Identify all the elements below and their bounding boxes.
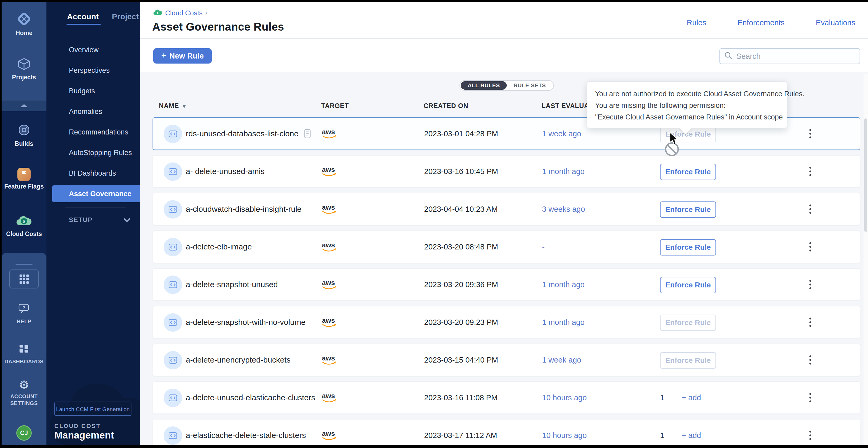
scrollbar-thumb[interactable] bbox=[864, 118, 867, 232]
rule-name[interactable]: a-delete-unencrypted-buckets bbox=[186, 344, 290, 376]
enforce-rule-button[interactable]: Enforce Rule bbox=[660, 164, 716, 180]
rule-name[interactable]: a-delete-elb-image bbox=[186, 231, 252, 263]
feature-flags-icon bbox=[18, 168, 31, 181]
add-enforcement-link[interactable]: +add bbox=[682, 431, 701, 440]
rule-name[interactable]: a-delete-snapshot-with-no-volume bbox=[186, 306, 306, 338]
rule-name[interactable]: a-cloudwatch-disable-insight-rule bbox=[186, 193, 302, 225]
sidebar-item-dashboards[interactable]: DASHBOARDS bbox=[2, 343, 46, 365]
rule-type-icon bbox=[164, 163, 182, 181]
nav-item-perspectives[interactable]: Perspectives bbox=[46, 60, 140, 81]
add-enforcement-link[interactable]: +add bbox=[682, 393, 701, 402]
last-evaluation-cell[interactable]: 3 weeks ago bbox=[542, 193, 585, 225]
nav-link-rules[interactable]: Rules bbox=[687, 19, 706, 27]
enforce-rule-button[interactable]: Enforce Rule bbox=[660, 239, 716, 255]
table-row[interactable]: a-cloudwatch-disable-insight-rule aws 20… bbox=[153, 193, 860, 226]
nav-item-autostopping-rules[interactable]: AutoStopping Rules bbox=[46, 142, 140, 163]
nav-item-overview[interactable]: Overview bbox=[46, 40, 140, 60]
aws-logo-icon: aws bbox=[319, 128, 338, 140]
table-row[interactable]: a-delete-elb-image aws 2023-03-20 08:48 … bbox=[153, 231, 860, 263]
enforce-rule-button[interactable]: Enforce Rule bbox=[660, 277, 716, 293]
row-menu-button[interactable] bbox=[807, 202, 814, 216]
nav-item-anomalies[interactable]: Anomalies bbox=[46, 101, 140, 122]
nav-link-enforcements[interactable]: Enforcements bbox=[737, 19, 785, 27]
setup-section-toggle[interactable]: SETUP bbox=[69, 216, 129, 223]
nav-item-asset-governance[interactable]: Asset Governance bbox=[52, 185, 140, 202]
tab-project[interactable]: Project bbox=[112, 12, 139, 21]
table-row[interactable]: a-elasticache-delete-stale-clusters aws … bbox=[153, 419, 860, 445]
user-avatar[interactable]: CJ bbox=[17, 425, 32, 441]
rule-name[interactable]: rds-unused-databases-list-clone bbox=[186, 118, 312, 149]
breadcrumb[interactable]: $ Cloud Costs › bbox=[153, 9, 208, 17]
rule-name[interactable]: a-elasticache-delete-stale-clusters bbox=[186, 419, 306, 445]
target-cell: aws bbox=[319, 382, 338, 413]
table-row[interactable]: a-delete-unused-elasticache-clusters aws… bbox=[153, 381, 860, 414]
sidebar-item-cloud-costs[interactable]: $ Cloud Costs bbox=[2, 215, 46, 237]
search-input[interactable] bbox=[736, 52, 855, 61]
rule-name[interactable]: a-delete-unused-elasticache-clusters bbox=[186, 382, 315, 413]
row-menu-button[interactable] bbox=[807, 315, 814, 330]
row-menu-button[interactable] bbox=[807, 240, 814, 254]
nav-item-bi-dashboards[interactable]: BI Dashboards bbox=[46, 163, 140, 183]
sidebar-item-builds[interactable]: Builds bbox=[2, 123, 46, 147]
launch-ccm-first-gen-button[interactable]: Launch CCM First Generation bbox=[54, 402, 131, 416]
target-cell: aws bbox=[319, 269, 338, 300]
rule-name[interactable]: a-delete-snapshot-unused bbox=[186, 269, 278, 300]
row-menu-button[interactable] bbox=[807, 127, 814, 141]
last-evaluation-cell[interactable]: 1 month ago bbox=[542, 269, 585, 300]
table-row[interactable]: a-delete-snapshot-unused aws 2023-03-20 … bbox=[153, 268, 860, 301]
sidebar-item-feature-flags[interactable]: Feature Flags bbox=[2, 168, 46, 190]
enforce-rule-button[interactable]: Enforce Rule bbox=[660, 352, 716, 369]
last-evaluation-cell[interactable]: 10 hours ago bbox=[542, 382, 587, 413]
toggle-rule-sets[interactable]: RULE SETS bbox=[507, 81, 553, 90]
created-on-cell: 2023-03-01 04:28 PM bbox=[424, 118, 498, 149]
sidebar-item-help[interactable]: ? HELP bbox=[2, 303, 46, 325]
row-menu-button[interactable] bbox=[807, 164, 814, 179]
nav-item-recommendations[interactable]: Recommendations bbox=[46, 122, 140, 142]
sidebar-item-label: Builds bbox=[15, 140, 33, 147]
sidebar-item-home[interactable]: Home bbox=[2, 11, 46, 36]
sidebar-collapse-button[interactable] bbox=[2, 100, 46, 111]
gear-icon: ⚙ bbox=[19, 379, 29, 391]
last-evaluation-cell[interactable]: 1 month ago bbox=[542, 306, 585, 338]
copy-icon[interactable] bbox=[303, 129, 312, 139]
last-evaluation-cell[interactable]: 1 week ago bbox=[542, 344, 581, 376]
app-frame: Home Projects Builds Feature Flags $ bbox=[2, 2, 868, 445]
row-menu-button[interactable] bbox=[807, 390, 814, 405]
rule-name[interactable]: a- delete-unused-amis bbox=[186, 156, 265, 187]
breadcrumb-link[interactable]: Cloud Costs bbox=[165, 9, 203, 17]
last-evaluation-cell[interactable]: 1 month ago bbox=[542, 156, 585, 187]
nav-item-budgets[interactable]: Budgets bbox=[46, 81, 140, 101]
target-cell: aws bbox=[319, 306, 338, 338]
last-evaluation-cell[interactable]: - bbox=[542, 231, 545, 263]
scrollbar-track[interactable] bbox=[864, 74, 868, 445]
avatar-initials: CJ bbox=[20, 429, 28, 437]
table-row[interactable]: a-delete-snapshot-with-no-volume aws 202… bbox=[153, 306, 860, 339]
row-menu-button[interactable] bbox=[807, 353, 814, 367]
last-evaluation-cell[interactable]: 1 week ago bbox=[542, 118, 581, 149]
sidebar-resize-handle[interactable] bbox=[16, 264, 32, 265]
row-menu-button[interactable] bbox=[807, 277, 814, 292]
table-row[interactable]: a-delete-unencrypted-buckets aws 2023-03… bbox=[153, 344, 860, 376]
table-row[interactable]: a- delete-unused-amis aws 2023-03-16 10:… bbox=[153, 155, 860, 188]
enforce-rule-button[interactable]: Enforce Rule bbox=[660, 202, 716, 218]
sidebar-item-account-settings[interactable]: ⚙ ACCOUNT SETTINGS bbox=[2, 379, 46, 407]
enforce-rule-button[interactable]: Enforce Rule bbox=[660, 315, 716, 331]
svg-text:aws: aws bbox=[322, 166, 335, 173]
new-rule-label: New Rule bbox=[169, 52, 204, 60]
column-header-target: TARGET bbox=[321, 102, 349, 110]
nav-link-evaluations[interactable]: Evaluations bbox=[816, 19, 855, 27]
enforcement-count[interactable]: 1 bbox=[660, 431, 664, 440]
column-header-name[interactable]: NAME▼ bbox=[159, 102, 187, 110]
sidebar-item-projects[interactable]: Projects bbox=[2, 58, 46, 81]
row-menu-button[interactable] bbox=[807, 428, 814, 443]
last-evaluation-cell[interactable]: 10 hours ago bbox=[542, 419, 587, 445]
target-cell: aws bbox=[319, 231, 338, 263]
header-nav: Rules Enforcements Evaluations bbox=[687, 19, 855, 27]
new-rule-button[interactable]: + New Rule bbox=[153, 48, 212, 64]
enforcement-count[interactable]: 1 bbox=[660, 393, 664, 402]
toggle-all-rules[interactable]: ALL RULES bbox=[461, 81, 507, 90]
created-on-cell: 2023-03-20 08:48 PM bbox=[424, 231, 498, 263]
cube-icon bbox=[17, 58, 31, 72]
tab-account[interactable]: Account bbox=[67, 12, 99, 21]
module-selector-button[interactable] bbox=[9, 270, 39, 288]
